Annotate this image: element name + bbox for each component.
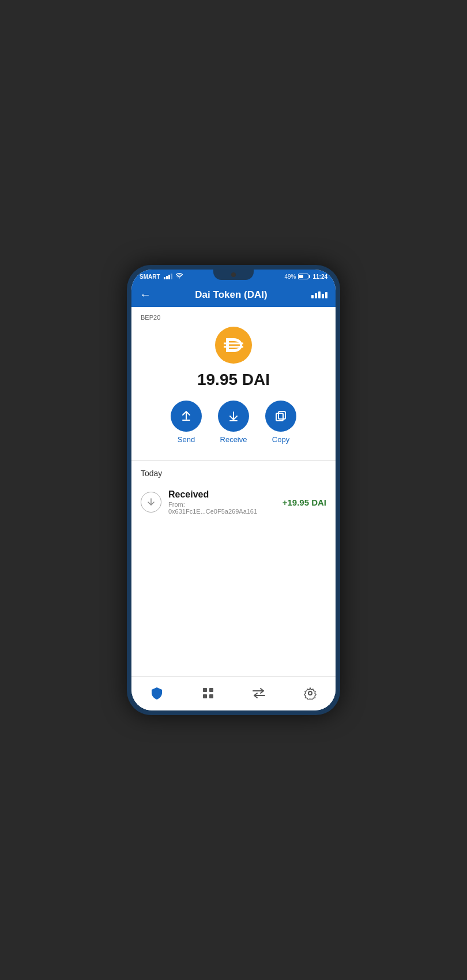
transaction-date: Today — [141, 469, 326, 478]
phone-screen: SMART 49% — [131, 270, 336, 710]
receive-label: Receive — [220, 435, 247, 444]
back-button[interactable]: ← — [140, 288, 151, 301]
main-content: BEP20 19.95 DAI — [131, 307, 336, 676]
transaction-section: Today Received From: 0x631Fc1E...Ce0F5a2… — [131, 461, 336, 676]
app-header: ← Dai Token (DAI) — [131, 282, 336, 307]
nav-apps[interactable] — [197, 683, 220, 704]
copy-button[interactable] — [265, 401, 296, 432]
transaction-type: Received — [168, 489, 276, 500]
page-title: Dai Token (DAI) — [195, 289, 267, 301]
svg-rect-8 — [278, 412, 285, 419]
chart-icon[interactable] — [311, 291, 327, 298]
receive-action[interactable]: Receive — [218, 401, 249, 444]
copy-action[interactable]: Copy — [265, 401, 296, 444]
battery-icon — [298, 274, 310, 279]
token-center: 19.95 DAI Send — [141, 327, 326, 448]
action-buttons: Send Receive — [141, 401, 326, 448]
svg-rect-11 — [209, 688, 213, 692]
signal-bars — [164, 274, 172, 279]
notch — [213, 270, 254, 280]
received-icon — [141, 492, 161, 513]
svg-rect-13 — [209, 694, 213, 698]
signal-bar-1 — [164, 277, 165, 279]
signal-bar-4 — [171, 274, 172, 279]
send-label: Send — [178, 435, 195, 444]
signal-bar-2 — [166, 276, 168, 279]
token-section: BEP20 19.95 DAI — [131, 307, 336, 460]
transaction-amount: +19.95 DAI — [283, 498, 326, 507]
nav-swap[interactable] — [247, 683, 270, 704]
copy-label: Copy — [272, 435, 289, 444]
network-badge: BEP20 — [141, 314, 160, 321]
status-left: SMART — [140, 273, 183, 280]
phone-frame: SMART 49% — [127, 265, 340, 715]
transaction-details: Received From: 0x631Fc1E...Ce0F5a269Aa16… — [168, 489, 276, 515]
status-right: 49% 11:24 — [284, 274, 327, 280]
nav-settings[interactable] — [299, 683, 322, 704]
send-button[interactable] — [171, 401, 202, 432]
nav-shield[interactable] — [145, 683, 168, 704]
transaction-from: From: 0x631Fc1E...Ce0F5a269Aa161 — [168, 501, 276, 515]
receive-button[interactable] — [218, 401, 249, 432]
svg-point-16 — [308, 691, 312, 695]
camera — [231, 272, 236, 277]
token-balance: 19.95 DAI — [197, 371, 270, 389]
status-time: 11:24 — [312, 274, 327, 280]
bottom-navigation — [131, 676, 336, 710]
signal-bar-3 — [168, 275, 170, 279]
svg-rect-7 — [276, 413, 283, 421]
wifi-icon — [176, 273, 183, 280]
svg-rect-10 — [203, 688, 207, 692]
svg-rect-12 — [203, 694, 207, 698]
carrier-label: SMART — [140, 274, 160, 280]
send-action[interactable]: Send — [171, 401, 202, 444]
dai-logo — [215, 327, 252, 364]
table-row[interactable]: Received From: 0x631Fc1E...Ce0F5a269Aa16… — [141, 485, 326, 519]
battery-percent: 49% — [284, 274, 296, 280]
